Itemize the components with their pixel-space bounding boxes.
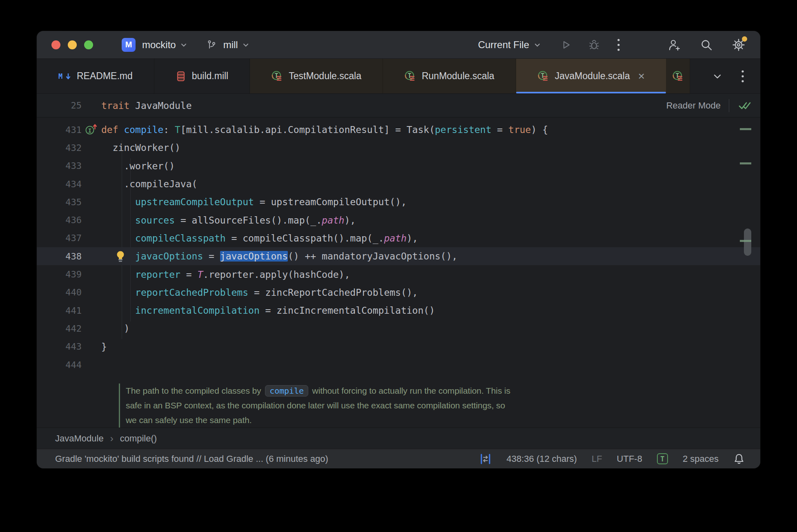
editor-tab-bar: MREADME.mdbuild.millTTestModule.scalaTRu… bbox=[37, 59, 760, 94]
code-line-439[interactable]: 439 reporter = T.reporter.apply(hashCode… bbox=[37, 265, 760, 283]
code-text: zincWorker() bbox=[101, 142, 180, 153]
error-stripe-mark[interactable] bbox=[740, 128, 751, 130]
breadcrumb-separator: › bbox=[110, 433, 114, 444]
line-number: 431 bbox=[37, 125, 82, 135]
status-message[interactable]: Gradle 'mockito' build scripts found // … bbox=[55, 454, 328, 464]
breadcrumb-item[interactable]: compile() bbox=[120, 433, 157, 444]
code-with-me-button[interactable] bbox=[668, 38, 681, 51]
inline-code-chip[interactable]: compile bbox=[265, 385, 308, 397]
run-configuration-label: Current File bbox=[478, 39, 529, 51]
project-name: mockito bbox=[142, 39, 176, 51]
code-text: compileClasspath = compileClasspath().ma… bbox=[101, 233, 418, 244]
chevron-down-icon bbox=[241, 40, 250, 49]
type-annotation-badge[interactable]: T bbox=[657, 453, 668, 464]
vcs-widget[interactable]: mill bbox=[206, 39, 250, 51]
project-widget[interactable]: M mockito bbox=[122, 38, 188, 52]
code-text: upstreamCompileOutput = upstreamCompileO… bbox=[101, 197, 407, 207]
breadcrumb-item[interactable]: JavaModule bbox=[55, 433, 104, 444]
more-actions-button[interactable] bbox=[617, 38, 621, 52]
scrollbar-thumb[interactable] bbox=[744, 228, 751, 256]
intention-lightbulb-icon[interactable] bbox=[115, 250, 126, 263]
notification-dot bbox=[742, 36, 747, 42]
code-text: ) bbox=[101, 323, 129, 334]
code-line-443[interactable]: 443} bbox=[37, 338, 760, 356]
git-branch-icon bbox=[206, 40, 217, 50]
code-text: } bbox=[101, 341, 107, 352]
doc-line: safe in an BSP context, as the compilati… bbox=[126, 398, 760, 413]
markdown-file-icon: M bbox=[58, 71, 71, 82]
code-line-435[interactable]: 435 upstreamCompileOutput = upstreamComp… bbox=[37, 193, 760, 211]
reader-mode-label[interactable]: Reader Mode bbox=[666, 100, 721, 111]
line-number: 442 bbox=[37, 324, 82, 334]
code-line-433[interactable]: 433 .worker() bbox=[37, 157, 760, 175]
ide-window: M mockito mill Current File bbox=[37, 31, 760, 468]
sticky-line-number: 25 bbox=[37, 100, 82, 111]
code-line-442[interactable]: 442 ) bbox=[37, 319, 760, 337]
code-line-431[interactable]: 431Idef compile: T[mill.scalalib.api.Com… bbox=[37, 121, 760, 139]
code-line-437[interactable]: 437 compileClasspath = compileClasspath(… bbox=[37, 229, 760, 247]
line-number: 443 bbox=[37, 341, 82, 352]
svg-text:M: M bbox=[58, 72, 62, 80]
divider bbox=[729, 99, 729, 112]
code-line-438[interactable]: 438 javacOptions = javacOptions() ++ man… bbox=[37, 247, 760, 265]
tab-testmodule-scala[interactable]: TTestModule.scala bbox=[250, 59, 383, 93]
sync-arrows-icon[interactable] bbox=[479, 453, 492, 465]
code-text: def compile: T[mill.scalalib.api.Compila… bbox=[101, 124, 548, 135]
line-number: 438 bbox=[37, 251, 82, 262]
code-line-436[interactable]: 436 sources = allSourceFiles().map(_.pat… bbox=[37, 211, 760, 229]
status-bar: Gradle 'mockito' build scripts found // … bbox=[37, 449, 760, 468]
traffic-lights bbox=[51, 40, 93, 49]
line-separator[interactable]: LF bbox=[592, 454, 602, 464]
tab-readme-md[interactable]: MREADME.md bbox=[37, 59, 154, 93]
code-text: .worker() bbox=[101, 161, 175, 171]
title-bar: M mockito mill Current File bbox=[37, 31, 760, 59]
doc-line: we can safely use the same path. bbox=[126, 413, 760, 428]
error-stripe-mark[interactable] bbox=[740, 162, 751, 164]
tab-label: RunModule.scala bbox=[422, 71, 494, 82]
tab-javamodule-scala[interactable]: TJavaModule.scala× bbox=[516, 59, 666, 93]
run-configuration-selector[interactable]: Current File bbox=[478, 39, 542, 51]
code-text: javacOptions = javacOptions() ++ mandato… bbox=[101, 251, 457, 262]
line-number: 441 bbox=[37, 306, 82, 316]
code-text: sources = allSourceFiles().map(_.path), bbox=[101, 215, 356, 226]
close-window-button[interactable] bbox=[51, 40, 60, 49]
chevron-down-icon bbox=[179, 40, 188, 49]
file-encoding[interactable]: UTF-8 bbox=[617, 454, 642, 464]
svg-text:I: I bbox=[88, 127, 91, 134]
line-number: 440 bbox=[37, 287, 82, 297]
notifications-bell-icon[interactable] bbox=[733, 453, 745, 465]
sticky-header-line[interactable]: 25 trait JavaModule Reader Mode bbox=[37, 94, 760, 117]
debug-button[interactable] bbox=[588, 39, 600, 51]
indent-setting[interactable]: 2 spaces bbox=[683, 454, 719, 464]
tab-label: README.md bbox=[77, 71, 133, 82]
double-check-icon[interactable] bbox=[737, 100, 754, 111]
tab-build-mill[interactable]: build.mill bbox=[154, 59, 250, 93]
search-everywhere-button[interactable] bbox=[700, 38, 713, 51]
settings-button[interactable] bbox=[732, 38, 746, 52]
branch-name: mill bbox=[223, 39, 238, 51]
scala-trait-icon: T bbox=[271, 70, 283, 82]
code-line-441[interactable]: 441 incrementalCompilation = zincIncreme… bbox=[37, 301, 760, 319]
scala-trait-icon: T bbox=[404, 70, 416, 82]
hidden-tabs-chevron-button[interactable] bbox=[711, 70, 724, 82]
minimize-window-button[interactable] bbox=[68, 40, 77, 49]
tab-runmodule-scala[interactable]: TRunModule.scala bbox=[383, 59, 516, 93]
code-line-440[interactable]: 440 reportCachedProblems = zincReportCac… bbox=[37, 284, 760, 301]
tab-label: JavaModule.scala bbox=[555, 71, 630, 82]
caret-position[interactable]: 438:36 (12 chars) bbox=[506, 454, 577, 464]
code-editor[interactable]: 431Idef compile: T[mill.scalalib.api.Com… bbox=[37, 117, 760, 428]
code-line-432[interactable]: 432 zincWorker() bbox=[37, 139, 760, 157]
line-number: 433 bbox=[37, 161, 82, 171]
maximize-window-button[interactable] bbox=[84, 40, 93, 49]
doc-line: The path to the compiled classes by comp… bbox=[126, 383, 760, 398]
run-button[interactable] bbox=[560, 39, 572, 51]
code-line-444[interactable]: 444 bbox=[37, 356, 760, 374]
error-stripe-mark[interactable] bbox=[740, 240, 751, 242]
code-line-434[interactable]: 434 .compileJava( bbox=[37, 175, 760, 193]
project-icon: M bbox=[122, 38, 136, 52]
tab-label: build.mill bbox=[192, 71, 228, 82]
tab-options-button[interactable] bbox=[741, 69, 745, 83]
tab-overflow[interactable]: T bbox=[666, 59, 690, 93]
close-tab-icon[interactable]: × bbox=[638, 71, 645, 82]
override-indicator-icon[interactable]: I bbox=[82, 123, 101, 136]
